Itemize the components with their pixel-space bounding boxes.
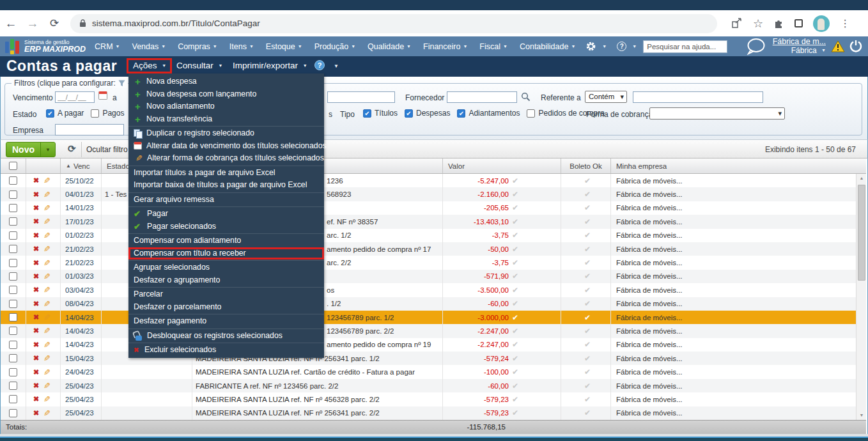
nav-menu-fiscal[interactable]: Fiscal▼ — [479, 42, 508, 51]
checkbox[interactable] — [91, 109, 99, 118]
delete-icon[interactable]: ✖ — [33, 204, 39, 212]
scroll-down-icon[interactable]: ▼ — [857, 411, 866, 420]
menu-item-excluir-selecionados[interactable]: ✖Excluir selecionados — [128, 344, 324, 357]
checkbox[interactable]: ✔ — [46, 109, 54, 118]
menu-item-duplicar-o-registro-selecionado[interactable]: Duplicar o registro selecionado — [128, 127, 324, 140]
checkbox[interactable] — [9, 354, 17, 362]
header-select-all[interactable] — [1, 159, 26, 173]
edit-pencil-icon[interactable]: ✎ — [43, 272, 50, 281]
checkbox[interactable] — [9, 231, 17, 240]
checkbox[interactable] — [9, 300, 17, 308]
checkbox[interactable] — [9, 327, 17, 335]
checkbox[interactable] — [9, 368, 17, 376]
delete-icon[interactable]: ✖ — [33, 176, 39, 185]
checkbox[interactable] — [9, 395, 17, 403]
side-panel-icon[interactable] — [794, 19, 803, 27]
referente-select[interactable]: Contém — [585, 91, 627, 103]
bookmark-star-icon[interactable]: ☆ — [753, 17, 763, 31]
edit-pencil-icon[interactable]: ✎ — [43, 217, 50, 226]
delete-icon[interactable]: ✖ — [33, 300, 39, 308]
extension-puzzle-icon[interactable] — [773, 18, 784, 29]
edit-pencil-icon[interactable]: ✎ — [43, 340, 50, 350]
delete-icon[interactable]: ✖ — [33, 259, 39, 267]
delete-icon[interactable]: ✖ — [33, 190, 39, 199]
checkbox[interactable] — [527, 109, 535, 118]
edit-pencil-icon[interactable]: ✎ — [43, 326, 50, 336]
erp-logo[interactable]: Sistema de gestão ERP MAXIPROD — [5, 39, 86, 54]
help-menu[interactable]: ? ▼ — [617, 42, 637, 51]
select-all-checkbox[interactable] — [9, 162, 17, 170]
hide-filter-link[interactable]: Ocultar filtro — [86, 145, 128, 154]
edit-pencil-icon[interactable]: ✎ — [43, 258, 50, 268]
edit-pencil-icon[interactable]: ✎ — [43, 381, 50, 391]
delete-icon[interactable]: ✖ — [33, 327, 39, 335]
edit-pencil-icon[interactable]: ✎ — [43, 285, 50, 295]
menu-item-pagar-selecionados[interactable]: ✔Pagar selecionados — [128, 220, 324, 233]
menu-item-desfazer-o-agrupamento[interactable]: Desfazer o agrupamento — [128, 274, 324, 287]
settings-menu[interactable]: ▼ — [585, 41, 607, 52]
menu-item-alterar-forma-de-cobranca-dos-titulos-selecionados[interactable]: ✎Alterar forma de cobrança dos títulos s… — [128, 152, 324, 165]
acoes-menu-button[interactable]: Ações ▼ — [127, 58, 172, 74]
delete-icon[interactable]: ✖ — [33, 409, 39, 417]
menu-item-desfazer-o-parcelamento[interactable]: Desfazer o parcelamento — [128, 301, 324, 314]
warning-icon[interactable] — [831, 40, 845, 52]
menu-item-agrupar-selecionados[interactable]: Agrupar selecionados — [128, 261, 324, 274]
refresh-icon[interactable]: ⟳ — [68, 143, 76, 155]
fornecedor-input[interactable] — [447, 91, 517, 103]
account-name-link[interactable]: Fábrica de m... — [773, 38, 826, 46]
menu-item-nova-despesa-com-lancamento[interactable]: +Nova despesa com lançamento — [128, 88, 324, 101]
empresa-input[interactable] — [55, 124, 124, 135]
delete-icon[interactable]: ✖ — [33, 231, 39, 240]
covered-filter-input[interactable] — [327, 91, 395, 103]
checkbox[interactable] — [9, 204, 17, 212]
delete-icon[interactable]: ✖ — [33, 341, 39, 349]
edit-pencil-icon[interactable]: ✎ — [43, 231, 50, 240]
edit-pencil-icon[interactable]: ✎ — [43, 244, 50, 254]
menu-item-nova-transferencia[interactable]: +Nova transferência — [128, 113, 324, 126]
search-icon[interactable] — [521, 92, 531, 102]
checkbox[interactable] — [9, 245, 17, 253]
reload-icon[interactable]: ⟳ — [43, 17, 65, 30]
delete-icon[interactable]: ✖ — [33, 286, 39, 294]
browser-menu-icon[interactable]: ⋮ — [840, 17, 850, 29]
checkbox[interactable] — [9, 259, 17, 267]
consultar-menu-button[interactable]: Consultar ▼ — [176, 61, 222, 70]
share-icon[interactable] — [731, 18, 743, 29]
edit-pencil-icon[interactable]: ✎ — [43, 203, 50, 213]
address-bar[interactable]: sistema.maxiprod.com.br/Titulo/ContaPaga… — [70, 14, 717, 33]
menu-item-importar-titulos-a-pagar-de-arquivo-excel[interactable]: Importar títulos a pagar de arquivo Exce… — [128, 167, 324, 180]
header-venc[interactable]: ▲Venc — [61, 159, 102, 173]
help-search-input[interactable] — [643, 40, 727, 53]
edit-pencil-icon[interactable]: ✎ — [43, 299, 50, 309]
checkbox[interactable] — [9, 286, 17, 294]
menu-item-nova-despesa[interactable]: +Nova despesa — [128, 75, 324, 88]
forward-icon[interactable]: → — [22, 17, 43, 31]
menu-item-alterar-data-de-vencimento-dos-titulos-selecionados[interactable]: Alterar data de vencimento dos títulos s… — [128, 140, 324, 153]
edit-pencil-icon[interactable]: ✎ — [43, 408, 50, 418]
delete-icon[interactable]: ✖ — [33, 382, 39, 390]
menu-item-compensar-com-adiantamento[interactable]: Compensar com adiantamento — [128, 235, 324, 247]
account-branch[interactable]: Fábrica ▼ — [773, 46, 826, 55]
edit-pencil-icon[interactable]: ✎ — [43, 394, 50, 404]
menu-item-parcelar[interactable]: Parcelar — [128, 288, 324, 301]
edit-pencil-icon[interactable]: ✎ — [43, 190, 50, 199]
back-icon[interactable]: ← — [0, 17, 22, 31]
menu-item-desfazer-pagamento[interactable]: Desfazer pagamento — [128, 315, 324, 328]
table-row[interactable]: ✖✎25/04/23MADEIREIRA SANTA LUZIA ref. NF… — [1, 392, 866, 406]
chat-bubble-icon[interactable] — [746, 38, 766, 55]
menu-item-pagar[interactable]: ✔Pagar — [128, 208, 324, 220]
page-help-icon[interactable]: ? — [314, 60, 325, 70]
menu-item-novo-adiantamento[interactable]: +Novo adiantamento — [128, 100, 324, 113]
table-row[interactable]: ✖✎25/04/23MADEIREIRA SANTA LUZIA ref. NF… — [1, 406, 866, 420]
novo-button[interactable]: Novo ▼ — [6, 142, 56, 157]
logout-power-icon[interactable] — [849, 40, 863, 54]
delete-icon[interactable]: ✖ — [33, 272, 39, 281]
nav-menu-estoque[interactable]: Estoque▼ — [266, 42, 302, 51]
scroll-up-icon[interactable]: ▲ — [857, 174, 866, 183]
checkbox[interactable] — [9, 409, 17, 417]
nav-menu-financeiro[interactable]: Financeiro▼ — [423, 42, 467, 51]
nav-menu-vendas[interactable]: Vendas▼ — [132, 42, 166, 51]
profile-avatar[interactable] — [813, 15, 830, 32]
checkbox[interactable] — [9, 176, 17, 185]
menu-item-gerar-arquivo-remessa[interactable]: Gerar arquivo remessa — [128, 194, 324, 206]
